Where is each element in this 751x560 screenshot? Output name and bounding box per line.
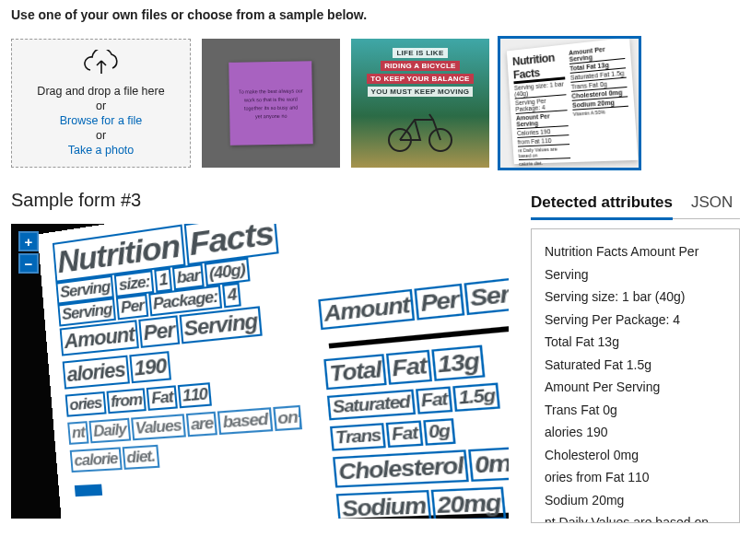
detected-word[interactable]: bar [174, 265, 203, 288]
detected-word[interactable]: 1.5g [455, 385, 498, 409]
detected-word[interactable]: Cholesterol [335, 452, 467, 486]
image-preview[interactable]: + − NutritionFacts Servingsize:1bar(40g)… [11, 224, 509, 519]
sample-title: Sample form #3 [11, 190, 509, 211]
detected-word[interactable]: Saturated [330, 391, 413, 418]
divider [329, 321, 509, 349]
detected-word[interactable]: ories [67, 393, 104, 414]
note-line: yet anyone no [255, 112, 287, 119]
detected-word[interactable]: alories [65, 357, 128, 388]
detected-word[interactable]: Serving [60, 299, 115, 324]
main-row: Sample form #3 + − NutritionFacts Servin… [11, 190, 740, 523]
detected-word[interactable]: Sodium [339, 492, 429, 519]
attribute-line: Amount Per Serving [545, 376, 726, 399]
bike-text: YOU MUST KEEP MOVING [368, 87, 474, 97]
pv-row: caloriediet. [72, 438, 303, 471]
detected-word[interactable]: 13g [434, 347, 483, 379]
detected-word[interactable]: Trans [333, 426, 384, 449]
attribute-line: ories from Fat 110 [545, 466, 726, 489]
attribute-line: Total Fat 13g [545, 331, 726, 354]
detected-word[interactable]: 1 [157, 270, 170, 290]
detected-word[interactable]: Per [141, 318, 178, 346]
zoom-in-button[interactable]: + [18, 231, 39, 251]
samples-row: Drag and drop a file here or Browse for … [11, 39, 740, 168]
detected-word[interactable]: Values [133, 416, 184, 439]
bicycle-icon [383, 107, 457, 153]
zoom-controls: + − [18, 231, 39, 274]
sample-thumb-3[interactable]: Nutrition Facts Serving size: 1 bar (40g… [500, 39, 639, 168]
detected-word[interactable]: on [275, 407, 300, 429]
detected-word[interactable]: Fat [389, 423, 421, 446]
nutrition-preview-label: NutritionFacts Servingsize:1bar(40g) Ser… [38, 224, 509, 519]
dropzone-or1: or [96, 99, 106, 112]
dropzone-line1: Drag and drop a file here [37, 85, 164, 98]
pv-row: TotalFat13g [326, 340, 509, 388]
pv-row: ntDailyValuesarebasedon [69, 407, 300, 443]
attribute-line: Saturated Fat 1.5g [545, 354, 726, 377]
detected-word[interactable]: diet. [124, 447, 158, 468]
detected-word[interactable]: 20mg [433, 489, 504, 519]
attribute-line: Sodium 20mg [545, 489, 726, 512]
detected-word[interactable]: size: [116, 272, 152, 295]
file-dropzone[interactable]: Drag and drop a file here or Browse for … [11, 39, 191, 168]
attribute-line: alories 190 [545, 421, 726, 444]
detected-word[interactable]: Fat [389, 352, 430, 382]
bike-text: TO KEEP YOUR BALANCE [367, 74, 473, 84]
note-line: work so that is the word [244, 96, 298, 102]
detected-word[interactable]: calorie [72, 449, 121, 471]
take-photo-link[interactable]: Take a photo [68, 144, 135, 157]
detected-word[interactable]: nt [69, 423, 87, 442]
attribute-line: Trans Fat 0g [545, 399, 726, 422]
detected-word[interactable]: from [108, 390, 145, 412]
bike-text: RIDING A BICYCLE [381, 61, 460, 71]
detected-word[interactable]: Daily [91, 420, 129, 441]
detected-word[interactable]: 110 [180, 384, 210, 406]
detected-word[interactable]: Per [417, 286, 463, 318]
browse-file-link[interactable]: Browse for a file [60, 114, 143, 127]
attribute-line: Cholesterol 0mg [545, 444, 726, 467]
detected-attributes-list: Nutrition Facts Amount Per ServingServin… [531, 228, 740, 523]
tab-detected-attributes[interactable]: Detected attributes [531, 190, 673, 220]
note-line: To make the best always our [239, 88, 303, 94]
nut-row: calorie diet. [519, 158, 571, 168]
detected-word[interactable]: 4 [225, 285, 239, 306]
detected-word[interactable]: 0g [426, 421, 453, 444]
sticky-note: To make the best always our work so that… [229, 61, 313, 146]
tab-json[interactable]: JSON [691, 190, 733, 218]
detected-word[interactable]: Serving [58, 277, 113, 302]
attribute-line: Serving Per Package: 4 [545, 309, 726, 332]
upload-cloud-icon [82, 50, 121, 77]
detected-word[interactable]: Package: [150, 287, 220, 315]
pv-row: TransFat0g [333, 413, 509, 449]
attribute-line: Serving size: 1 bar (40g) [545, 286, 726, 309]
attribute-line: Nutrition Facts Amount Per Serving [545, 240, 726, 286]
detected-word[interactable]: Fat [417, 389, 450, 412]
detected-word[interactable]: (40g) [206, 260, 248, 285]
nut-title: Nutrition Facts [512, 50, 566, 85]
detected-word[interactable]: Amount [62, 322, 137, 355]
detected-word[interactable]: Serving [466, 274, 509, 312]
result-tabs: Detected attributes JSON [531, 190, 740, 219]
detected-word[interactable]: Fat [148, 388, 175, 409]
detected-word[interactable]: Serving [181, 309, 260, 343]
instruction-text: Use one of your own files or choose from… [11, 7, 740, 22]
detected-word[interactable]: Total [326, 356, 384, 388]
bike-text: LIFE IS LIKE [393, 48, 447, 58]
sample-thumb-2[interactable]: LIFE IS LIKE RIDING A BICYCLE TO KEEP YO… [351, 39, 489, 168]
zoom-out-button[interactable]: − [18, 253, 39, 274]
sample-thumb-1[interactable]: To make the best always our work so that… [202, 39, 340, 168]
attribute-line: nt Daily Values are based on [545, 511, 726, 523]
pv-row: Sodium20mg [339, 485, 509, 519]
detected-word[interactable]: Amount [321, 291, 413, 327]
nutrition-mini-label: Nutrition Facts Serving size: 1 bar (40g… [507, 39, 639, 164]
detected-word[interactable]: 0mg [471, 449, 509, 480]
note-line: together its so busy and [244, 104, 299, 111]
detected-word[interactable]: are [188, 414, 216, 435]
detected-word[interactable]: 190 [131, 353, 169, 381]
selection-indicator [75, 484, 102, 497]
dropzone-or2: or [96, 129, 106, 142]
detected-word[interactable]: based [220, 410, 271, 433]
pv-row: Cholesterol0mg [335, 446, 509, 485]
detected-word[interactable]: Per [118, 296, 146, 318]
